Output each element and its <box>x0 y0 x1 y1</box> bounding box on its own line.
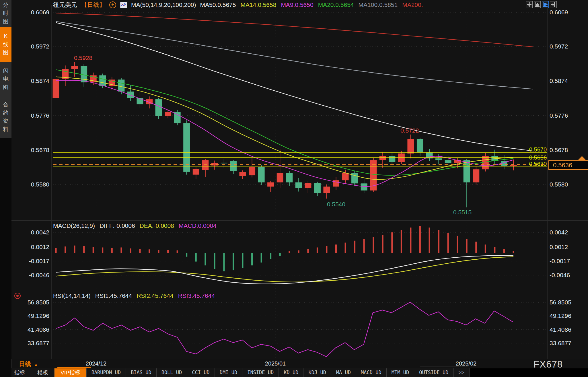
header-toolbar <box>526 1 557 8</box>
price-axis-label: 0.5580 <box>550 181 568 188</box>
candle-body <box>314 183 321 193</box>
sidebar-item-label: 合约资料 <box>3 101 9 133</box>
rsi-readouts: RSI1:45.7644RSI2:45.7644RSI3:45.7644 <box>95 292 215 299</box>
candle-body <box>295 182 302 188</box>
tab-kdj_ud[interactable]: KDJ_UD <box>303 368 331 377</box>
macd-hist-bar <box>55 248 57 253</box>
macd-hist-bar <box>503 249 505 253</box>
tab-outside_ud[interactable]: OUTSIDE_UD <box>414 368 453 377</box>
macd-hist-bar <box>195 253 197 261</box>
sidebar-item-1[interactable]: 分时图 <box>0 0 11 27</box>
candle-body <box>445 160 451 163</box>
macd-hist-bar <box>102 247 103 253</box>
macd-hist-bar <box>326 246 327 253</box>
candles-group[interactable] <box>53 62 517 207</box>
tab-cci_ud[interactable]: CCI_UD <box>187 368 215 377</box>
sidebar-item-4[interactable]: 合约资料 <box>0 96 11 138</box>
macd-hist-bar <box>130 248 131 253</box>
tab-barupdn_ud[interactable]: BARUPDN_UD <box>87 368 126 377</box>
ma-legend-item: MA50:0.5675 <box>200 1 236 8</box>
macd-hist-bar <box>382 235 383 253</box>
macd-readouts: DIFF:-0.0006DEA:-0.0008MACD:0.0004 <box>100 222 217 229</box>
candle-body <box>407 139 414 153</box>
hscrollbar-thumb[interactable] <box>57 367 91 368</box>
price-annotation: 0.5928 <box>74 55 92 61</box>
rsi-axis-label: 49.1296 <box>550 312 571 319</box>
axis-scale-icon[interactable] <box>534 1 541 8</box>
price-axis-label: 0.5678 <box>13 147 49 153</box>
candle-body <box>361 183 367 191</box>
period-badge[interactable]: 【日线】 <box>81 1 105 9</box>
tab-bias_ud[interactable]: BIAS_UD <box>126 368 157 377</box>
macd-hist-bar <box>485 244 486 253</box>
candle-body <box>193 169 199 175</box>
sidebar-item-2[interactable]: K线图 <box>0 27 11 62</box>
macd-hist-bar <box>391 232 393 253</box>
macd-hist-bar <box>279 253 281 256</box>
ma-params-label: MA(50,14,9,20,100,200) <box>131 1 196 8</box>
candle-body <box>165 112 171 116</box>
layout-grid-icon[interactable] <box>526 1 533 8</box>
add-compare-icon[interactable]: + <box>109 1 116 8</box>
candle-body <box>417 139 423 153</box>
macd-hist-bar <box>158 250 159 253</box>
symbol-title: 纽元美元 <box>53 1 77 9</box>
sidebar-item-label: 分时图 <box>3 1 9 26</box>
tab-模板[interactable]: 模板 <box>31 368 54 377</box>
ma-line-ma14 <box>56 77 513 180</box>
sidebar-item-3[interactable]: 闪电图 <box>0 62 11 96</box>
macd-hist-bar <box>251 253 253 265</box>
candle-body <box>305 183 311 188</box>
macd-hist-bar <box>186 253 187 257</box>
macd-hist-bar <box>242 253 244 268</box>
macd-axis-label: 0.0042 <box>550 229 568 236</box>
candle-body <box>464 160 470 182</box>
macd-hist-bar <box>65 246 66 253</box>
tab-指标[interactable]: 指标 <box>8 368 31 377</box>
axis-pointer-icon[interactable] <box>542 1 549 8</box>
date-label: 2025/01 <box>265 360 286 367</box>
macd-hist-bar <box>270 253 271 259</box>
hlines-group <box>53 153 547 167</box>
macd-hist-bar <box>149 249 150 253</box>
main-macd-separator <box>11 220 588 221</box>
indicator-tabbar: 指标模板VIP指标BARUPDN_UDBIAS_UDBOLL_UDCCI_UDD… <box>0 368 588 377</box>
date-label: 2024/12 <box>86 360 106 367</box>
candle-body <box>99 75 106 86</box>
macd-hist-bar <box>410 228 411 253</box>
tab-dmi_ud[interactable]: DMI_UD <box>215 368 242 377</box>
tab-boll_ud[interactable]: BOLL_UD <box>157 368 187 377</box>
price-up-arrow-icon <box>579 156 585 159</box>
macd-axis-label: -0.0046 <box>550 272 570 279</box>
tab-vip指标[interactable]: VIP指标 <box>54 368 87 377</box>
price-axis-label: 0.5580 <box>13 181 49 188</box>
candle-body <box>240 172 246 176</box>
candle-body <box>277 173 283 182</box>
tab-mtm_ud[interactable]: MTM_UD <box>387 368 414 377</box>
candle-body <box>323 186 330 193</box>
period-selector[interactable]: 日线▲ <box>19 360 38 368</box>
rsi-settings-target-icon[interactable] <box>14 293 21 299</box>
candle-body <box>435 158 442 160</box>
macd-hist-bar <box>93 247 94 253</box>
rsi-panel-title: RSI(14,14,14) RSI1:45.7644RSI2:45.7644RS… <box>53 292 215 299</box>
tab-inside_ud[interactable]: INSIDE_UD <box>242 368 279 377</box>
indicator-chart-icon[interactable] <box>120 2 127 8</box>
tab-macd_ud[interactable]: MACD_UD <box>356 368 387 377</box>
price-annotation: 0.5540 <box>327 201 345 208</box>
collapse-panel-icon[interactable] <box>550 1 557 8</box>
tab-ma_ud[interactable]: MA_UD <box>331 368 356 377</box>
macd-hist-bar <box>363 239 365 253</box>
ma-legend-item: MA9:0.5650 <box>281 1 313 8</box>
support-line-label: 0.5670 <box>512 146 547 153</box>
macd-hist-bar <box>223 253 225 271</box>
tab-kd_ud[interactable]: KD_UD <box>279 368 303 377</box>
macd-hist-bar <box>373 237 374 253</box>
macd-panel-title: MACD(26,12,9) DIFF:-0.0006DEA:-0.0008MAC… <box>53 222 217 229</box>
more-tabs-button[interactable]: >> <box>454 368 470 377</box>
support-line-label: 0.5656 <box>512 154 547 161</box>
ma-legend-item: MA14:0.5658 <box>240 1 276 8</box>
macd-hist-bar <box>298 250 299 253</box>
price-axis-label: 0.5776 <box>13 112 49 119</box>
macd-hist-bar <box>307 249 309 253</box>
